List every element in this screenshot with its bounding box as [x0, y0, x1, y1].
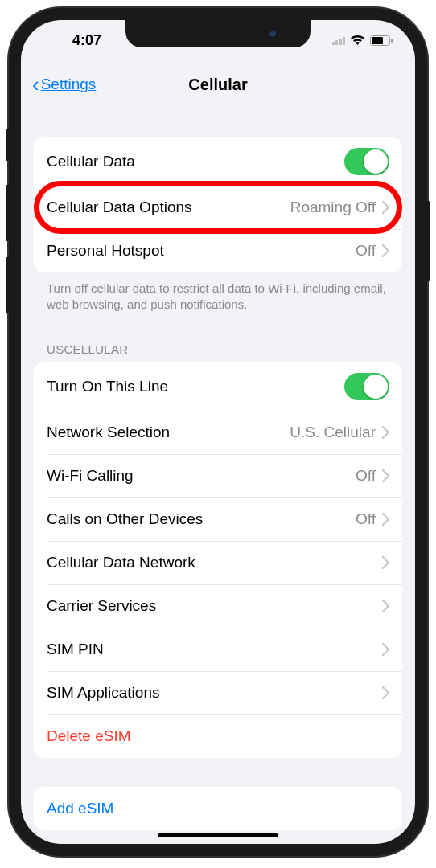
row-delete-esim[interactable]: Delete eSIM [34, 714, 402, 758]
chevron-right-icon [382, 643, 389, 656]
svg-rect-2 [391, 39, 393, 43]
svg-rect-1 [372, 37, 383, 44]
data-options-label: Cellular Data Options [47, 199, 290, 216]
wifi-icon [350, 35, 365, 46]
back-label: Settings [41, 76, 97, 93]
chevron-right-icon [382, 426, 389, 439]
row-calls-other-devices[interactable]: Calls on Other Devices Off [34, 497, 402, 541]
status-time: 4:07 [43, 32, 124, 49]
chevron-right-icon [382, 513, 389, 526]
row-cellular-data[interactable]: Cellular Data [34, 137, 402, 186]
volume-up-button [6, 185, 10, 241]
row-turn-on-line[interactable]: Turn On This Line [34, 362, 402, 411]
wifi-calling-label: Wi-Fi Calling [47, 467, 356, 485]
turn-on-line-label: Turn On This Line [47, 378, 344, 395]
cellular-footer: Turn off cellular data to restrict all d… [21, 272, 415, 313]
section-cellular: Cellular Data Cellular Data Options Roam… [21, 137, 415, 313]
data-options-value: Roaming Off [290, 199, 376, 216]
delete-esim-label: Delete eSIM [47, 727, 389, 745]
chevron-right-icon [382, 469, 389, 482]
section-carrier: USCELLULAR Turn On This Line Network Sel… [21, 342, 415, 758]
group-carrier: Turn On This Line Network Selection U.S.… [34, 362, 402, 758]
calls-other-value: Off [356, 510, 376, 528]
row-cellular-data-network[interactable]: Cellular Data Network [34, 541, 402, 584]
row-sim-pin[interactable]: SIM PIN [34, 628, 402, 671]
home-indicator[interactable] [158, 833, 278, 837]
group-cellular: Cellular Data Cellular Data Options Roam… [34, 137, 402, 272]
status-indicators [312, 35, 393, 46]
back-button[interactable]: ‹ Settings [32, 74, 96, 95]
chevron-right-icon [382, 244, 389, 257]
carrier-header: USCELLULAR [21, 342, 415, 362]
wifi-calling-value: Off [356, 467, 376, 485]
row-network-selection[interactable]: Network Selection U.S. Cellular [34, 411, 402, 454]
power-button [426, 201, 430, 281]
turn-on-line-toggle[interactable] [344, 373, 389, 400]
screen: 4:07 ‹ Settings Cellular C [21, 20, 415, 844]
group-add-esim: Add eSIM [34, 787, 402, 830]
chevron-right-icon [382, 556, 389, 569]
sim-applications-label: SIM Applications [47, 684, 382, 702]
sim-pin-label: SIM PIN [47, 641, 382, 658]
row-add-esim[interactable]: Add eSIM [34, 787, 402, 830]
chevron-left-icon: ‹ [32, 74, 39, 95]
cellular-data-label: Cellular Data [47, 153, 344, 170]
row-wifi-calling[interactable]: Wi-Fi Calling Off [34, 454, 402, 497]
row-carrier-services[interactable]: Carrier Services [34, 584, 402, 628]
content-area: ‹ Settings Cellular Cellular Data Ce [21, 60, 415, 844]
carrier-services-label: Carrier Services [47, 597, 382, 615]
toggle-knob [364, 375, 388, 399]
battery-icon [370, 35, 393, 46]
chevron-right-icon [382, 201, 389, 214]
page-title: Cellular [188, 76, 247, 94]
chevron-right-icon [382, 600, 389, 612]
section-add-esim: Add eSIM [21, 787, 415, 830]
row-sim-applications[interactable]: SIM Applications [34, 671, 402, 714]
chevron-right-icon [382, 686, 389, 699]
phone-frame: 4:07 ‹ Settings Cellular C [9, 8, 427, 856]
cellular-signal-icon [332, 35, 346, 45]
nav-header: ‹ Settings Cellular [21, 60, 415, 108]
volume-down-button [6, 257, 10, 313]
add-esim-label: Add eSIM [47, 800, 389, 817]
row-cellular-data-options[interactable]: Cellular Data Options Roaming Off [34, 186, 402, 229]
hotspot-value: Off [356, 242, 376, 260]
toggle-knob [364, 149, 388, 174]
cdn-label: Cellular Data Network [47, 554, 382, 571]
cellular-data-toggle[interactable] [344, 148, 389, 175]
front-camera [269, 30, 277, 38]
row-personal-hotspot[interactable]: Personal Hotspot Off [34, 229, 402, 272]
network-selection-value: U.S. Cellular [290, 424, 376, 441]
calls-other-label: Calls on Other Devices [47, 510, 356, 528]
hotspot-label: Personal Hotspot [47, 242, 356, 260]
mute-switch [6, 129, 10, 161]
network-selection-label: Network Selection [47, 424, 290, 441]
notch [125, 20, 311, 47]
